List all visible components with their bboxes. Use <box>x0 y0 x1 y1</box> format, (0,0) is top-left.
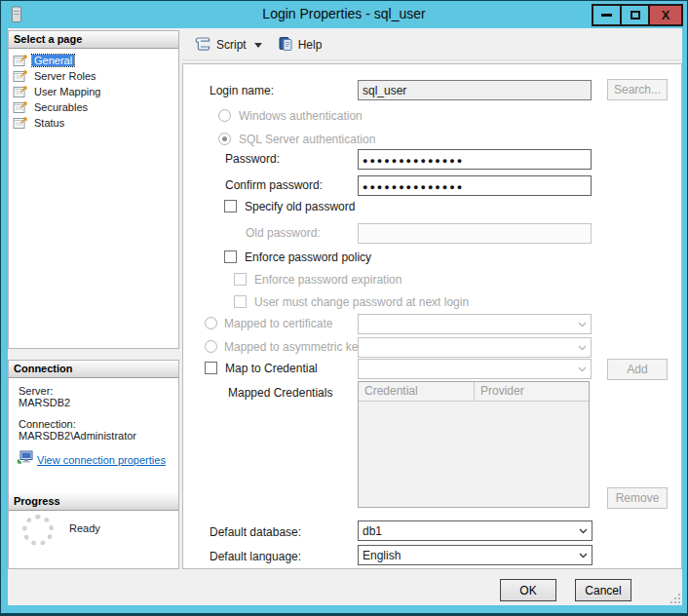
sql-server-authentication-radio[interactable] <box>218 133 231 145</box>
login-name-input[interactable]: sql_user <box>358 80 592 100</box>
asymmetric-key-combobox <box>358 337 592 358</box>
connection-label: Connection: <box>19 418 76 430</box>
sidebar-item-label: User Mapping <box>32 86 102 97</box>
ok-button[interactable]: OK <box>500 579 556 601</box>
default-database-label: Default database: <box>210 525 301 539</box>
chevron-down-icon <box>573 345 591 351</box>
enforce-password-expiration-label: Enforce password expiration <box>254 273 401 287</box>
help-icon <box>278 36 293 55</box>
server-value: MARSDB2 <box>19 397 70 408</box>
connection-header: Connection <box>9 361 178 378</box>
window-title: Login Properties - sql_user <box>1 6 687 21</box>
chevron-down-icon[interactable] <box>574 528 592 534</box>
old-password-label: Old password: <box>246 226 321 240</box>
windows-authentication-radio[interactable] <box>218 109 231 122</box>
specify-old-password-label: Specify old password <box>245 200 355 213</box>
remove-button[interactable]: Remove <box>607 487 668 509</box>
page-icon <box>13 69 28 84</box>
default-language-combobox[interactable]: English <box>358 545 592 565</box>
confirm-password-input[interactable]: ●●●●●●●●●●●●●● <box>358 175 592 196</box>
minimize-button[interactable] <box>592 4 622 26</box>
sidebar-item-general[interactable]: General <box>9 53 178 68</box>
enforce-password-policy-checkbox[interactable] <box>224 250 237 263</box>
sidebar-item-securables[interactable]: Securables <box>9 99 178 115</box>
close-icon: X <box>662 8 670 22</box>
mapped-credentials-label: Mapped Credentials <box>228 386 332 400</box>
resize-grip[interactable] <box>669 593 681 604</box>
confirm-password-label: Confirm password: <box>225 178 323 192</box>
must-change-password-label: User must change password at next login <box>254 295 469 309</box>
page-icon <box>13 100 28 115</box>
confirm-password-dots: ●●●●●●●●●●●●●● <box>363 182 464 192</box>
password-input[interactable]: ●●●●●●●●●●●●●● <box>358 149 592 170</box>
windows-authentication-label: Windows authentication <box>239 109 363 123</box>
title-bar: Login Properties - sql_user X <box>1 1 687 28</box>
view-connection-properties-link[interactable]: View connection properties <box>37 454 166 466</box>
chevron-down-icon[interactable] <box>254 43 262 48</box>
enforce-password-policy-label: Enforce password policy <box>245 250 371 264</box>
progress-status: Ready <box>69 522 100 534</box>
mapped-to-certificate-label: Mapped to certificate <box>224 317 332 330</box>
script-button[interactable]: Script <box>190 33 266 58</box>
script-scroll-icon <box>194 36 211 55</box>
add-button[interactable]: Add <box>607 359 668 380</box>
mapped-to-asymmetric-key-label: Mapped to asymmetric key <box>224 340 363 354</box>
cancel-button[interactable]: Cancel <box>575 579 631 601</box>
pages-list: General Server Roles User Mapping Secura… <box>9 49 178 131</box>
maximize-button[interactable] <box>620 4 650 26</box>
provider-column-header: Provider <box>475 382 589 401</box>
maximize-icon <box>631 11 640 19</box>
connection-value: MARSDB2\Administrator <box>19 430 136 442</box>
map-to-credential-label: Map to Credential <box>225 362 318 375</box>
connection-panel: Connection Server: MARSDB2 Connection: M… <box>8 360 179 569</box>
help-label: Help <box>298 38 323 52</box>
password-label: Password: <box>225 152 280 166</box>
progress-spinner-icon <box>22 515 54 546</box>
specify-old-password-checkbox[interactable] <box>224 200 237 212</box>
credential-column-header: Credential <box>359 382 475 401</box>
toolbar: Script Help <box>182 30 682 60</box>
sidebar-item-label: General <box>32 55 74 66</box>
window-frame-bottom <box>1 613 687 615</box>
page-icon <box>13 85 28 99</box>
sidebar-item-status[interactable]: Status <box>9 115 178 131</box>
mapped-to-asymmetric-key-radio <box>205 340 217 353</box>
select-a-page-panel: Select a page General Server Roles User … <box>8 30 179 349</box>
credential-combobox <box>358 359 592 379</box>
certificate-combobox <box>358 314 592 334</box>
must-change-password-checkbox <box>234 295 247 308</box>
minimize-icon <box>601 14 612 17</box>
chevron-down-icon[interactable] <box>574 553 592 558</box>
close-button[interactable]: X <box>648 4 683 26</box>
table-header-row: Credential Provider <box>359 382 589 402</box>
select-a-page-header: Select a page <box>9 31 178 49</box>
sidebar-item-label: Securables <box>32 101 90 113</box>
default-database-value: db1 <box>363 524 574 538</box>
mapped-to-certificate-radio <box>205 317 217 329</box>
default-language-label: Default language: <box>210 550 301 563</box>
page-icon <box>13 54 28 68</box>
help-button[interactable]: Help <box>274 33 326 58</box>
default-database-combobox[interactable]: db1 <box>358 520 592 541</box>
sidebar-item-user-mapping[interactable]: User Mapping <box>9 84 178 99</box>
page-icon <box>13 116 28 131</box>
sql-server-authentication-label: SQL Server authentication <box>239 133 375 146</box>
sidebar-item-label: Server Roles <box>32 70 98 82</box>
map-to-credential-checkbox[interactable] <box>205 362 217 374</box>
sidebar-item-label: Status <box>32 117 66 129</box>
script-label: Script <box>216 38 247 52</box>
sidebar-item-server-roles[interactable]: Server Roles <box>9 68 178 84</box>
default-language-value: English <box>363 549 574 562</box>
chevron-down-icon <box>573 366 591 372</box>
chevron-down-icon <box>573 322 591 327</box>
progress-header: Progress <box>9 493 178 511</box>
server-label: Server: <box>19 385 53 397</box>
dialog-client-area: Select a page General Server Roles User … <box>8 28 682 605</box>
old-password-input <box>358 223 592 244</box>
search-button[interactable]: Search... <box>607 79 668 100</box>
general-page-form: Login name: sql_user Search... Windows a… <box>182 63 682 569</box>
connection-properties-icon <box>17 450 33 469</box>
enforce-password-expiration-checkbox <box>234 273 247 286</box>
login-name-label: Login name: <box>210 84 274 97</box>
password-dots: ●●●●●●●●●●●●●● <box>363 156 464 166</box>
